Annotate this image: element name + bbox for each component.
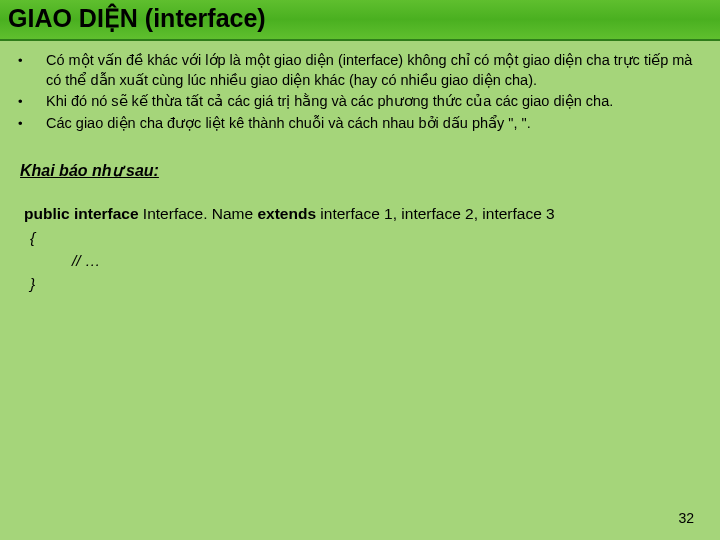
bullet-icon: • (18, 114, 46, 136)
keyword-public-interface: public interface (24, 205, 139, 222)
keyword-extends: extends (257, 205, 316, 222)
list-item: • Các giao diện cha được liệt kê thành c… (18, 114, 702, 136)
brace-close: } (24, 272, 702, 295)
bullet-icon: • (18, 92, 46, 114)
bullet-text: Các giao diện cha được liệt kê thành chu… (46, 114, 702, 136)
declaration-label: Khai báo như sau: (20, 162, 159, 179)
interface-name: Interface. Name (139, 205, 258, 222)
interface-params: interface 1, interface 2, interface 3 (316, 205, 555, 222)
bullet-list: • Có một vấn đề khác với lớp là một giao… (18, 51, 702, 135)
declaration-section: Khai báo như sau: (18, 161, 702, 180)
list-item: • Có một vấn đề khác với lớp là một giao… (18, 51, 702, 92)
code-block: public interface Interface. Name extends… (18, 202, 702, 295)
bullet-icon: • (18, 51, 46, 92)
brace-open: { (24, 226, 702, 249)
code-comment: // … (24, 249, 702, 272)
title-bar: GIAO DIỆN (interface) (0, 0, 720, 41)
content-area: • Có một vấn đề khác với lớp là một giao… (0, 41, 720, 295)
slide-title: GIAO DIỆN (interface) (8, 4, 712, 33)
bullet-text: Có một vấn đề khác với lớp là một giao d… (46, 51, 702, 92)
bullet-text: Khi đó nó sẽ kế thừa tất cả các giá trị … (46, 92, 702, 114)
page-number: 32 (678, 510, 694, 526)
list-item: • Khi đó nó sẽ kế thừa tất cả các giá tr… (18, 92, 702, 114)
code-line: public interface Interface. Name extends… (24, 202, 702, 225)
